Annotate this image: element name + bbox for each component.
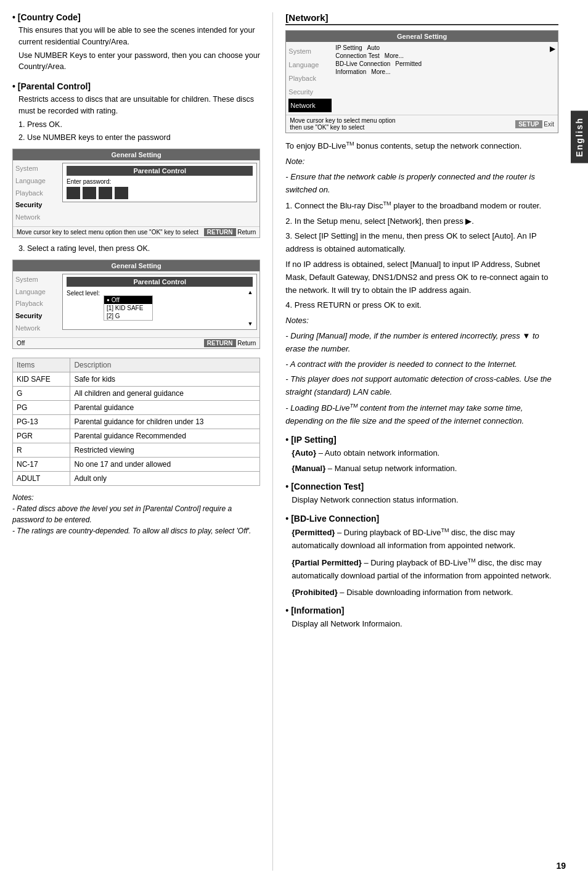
gs-header-1: General Setting: [13, 149, 259, 160]
gs-menu-1: System Language Playback Security Networ…: [15, 163, 59, 224]
table-cell: NC-17: [13, 457, 70, 471]
right-column: [Network] General Setting System Languag…: [273, 12, 558, 871]
pw-box-3: [99, 187, 112, 199]
auto-line: {Auto} – Auto obtain network information…: [292, 447, 558, 460]
ip-setting-title: [IP Setting]: [285, 435, 336, 445]
parental-control-title: [Parental Control]: [12, 81, 260, 91]
left-column: [Country Code] This ensures that you wil…: [12, 12, 273, 871]
step3-line: 3. Select a rating level, then press OK.: [18, 243, 260, 255]
table-cell: Safe for kids: [70, 372, 260, 386]
return-label-1: RETURN: [204, 228, 236, 236]
table-cell: PG: [13, 400, 70, 414]
notes2-line4: - Loading BD-LiveTM content from the int…: [285, 401, 558, 428]
return-text-1: Return: [237, 229, 256, 236]
permitted-line: {Permitted} – During playback of BD-Live…: [292, 526, 558, 552]
notes-line1: - Rated discs above the level you set in…: [12, 503, 260, 525]
net-menu-system: System: [288, 44, 332, 58]
gs-return-btn-1: RETURN Return: [204, 229, 256, 236]
country-code-line1: This ensures that you will be able to se…: [18, 25, 260, 48]
page-number: 19: [556, 861, 566, 871]
net-menu-security: Security: [288, 85, 332, 99]
gs-menu-item-system: System: [15, 163, 59, 175]
step3-ip: 3. Select [IP Setting] in the menu, then…: [285, 230, 558, 256]
table-header-desc: Description: [70, 358, 260, 372]
gs-body-1: System Language Playback Security Networ…: [13, 160, 259, 226]
pw-box-1: [67, 187, 80, 199]
table-cell: Adult only: [70, 471, 260, 485]
table-cell: Parental guidance for children under 13: [70, 414, 260, 429]
gs-menu-2: System Language Playback Security Networ…: [15, 274, 59, 335]
options-container: ▲ Off [1] KID SAFE [2] G ▼: [104, 289, 253, 327]
step4-return: 4. Press RETURN or press OK to exit.: [285, 299, 558, 312]
submenu-row-4: Information More...: [335, 68, 547, 75]
pw-box-2: [83, 187, 96, 199]
notes2-line1: - During [Manual] mode, if the number is…: [285, 330, 558, 356]
options-list: Off [1] KID SAFE [2] G: [104, 295, 153, 321]
table-row: G All children and general guidance: [13, 386, 260, 400]
parental-control-section: [Parental Control] Restricts access to d…: [12, 81, 260, 349]
gs-menu2-security: Security: [15, 310, 59, 322]
table-cell: ADULT: [13, 471, 70, 485]
right-body: To enjoy BD-LiveTM bonus contents, setup…: [285, 139, 558, 631]
gs-footer-1: Move cursor key to select menu option th…: [13, 226, 259, 237]
return-text-2: Return: [237, 340, 256, 347]
manual-line: {Manual} – Manual setup network informat…: [292, 462, 558, 475]
setup-button: SETUP: [515, 120, 542, 128]
password-boxes: [67, 187, 253, 199]
gs-content-1: Parental Control Enter password:: [59, 163, 257, 224]
pw-box-4: [115, 187, 128, 199]
submenu-row-3: BD-Live Connection Permitted: [335, 60, 547, 67]
network-arrow-indicator: ▶: [547, 44, 555, 112]
table-cell: PGR: [13, 429, 70, 443]
table-cell: R: [13, 443, 70, 457]
rating-table: Items Description KID SAFE Safe for kids…: [12, 358, 260, 486]
submenu-conn-value: More...: [385, 52, 404, 59]
gs-menu-item-network: Network: [15, 212, 59, 224]
notes2-label: Notes:: [285, 314, 558, 327]
information-title: [Information]: [285, 606, 344, 615]
gs-popup-title-1: Parental Control: [67, 166, 253, 176]
table-cell: No one 17 and under allowed: [70, 457, 260, 471]
gs-body-2: System Language Playback Security Networ…: [13, 271, 259, 337]
submenu-row-2: Connection Test More...: [335, 52, 547, 59]
option-kidsafe: [1] KID SAFE: [104, 304, 152, 312]
conn-test-title: [Connection Test]: [285, 482, 364, 491]
notes-label: Notes:: [12, 492, 260, 503]
parental-control-body: Restricts access to discs that are unsui…: [18, 94, 260, 144]
bd-live-title: [BD-Live Connection]: [285, 514, 379, 524]
net-menu-language: Language: [288, 58, 332, 72]
table-row: PG Parental guidance: [13, 400, 260, 414]
submenu-items: IP Setting Auto Connection Test More... …: [335, 44, 547, 75]
ip-setting-section: [IP Setting] {Auto} – Auto obtain networ…: [285, 433, 558, 475]
gs-content-2: Parental Control Select level: ▲ Off [1]…: [59, 274, 257, 335]
gs-menu2-system: System: [15, 274, 59, 286]
notes-line2: - The ratings are country-depended. To a…: [12, 525, 260, 536]
bd-live-body: {Permitted} – During playback of BD-Live…: [292, 526, 558, 599]
network-submenu: IP Setting Auto Connection Test More... …: [332, 44, 547, 112]
gs-menu-item-language: Language: [15, 175, 59, 187]
information-desc: Display all Network Informaion.: [292, 618, 558, 631]
submenu-bdlive: BD-Live Connection: [335, 60, 390, 67]
bd-live-section: [BD-Live Connection] {Permitted} – Durin…: [285, 512, 558, 599]
submenu-row-1: IP Setting Auto: [335, 44, 547, 51]
network-body: System Language Playback Security Networ…: [286, 42, 558, 115]
gs-menu2-language: Language: [15, 286, 59, 298]
table-cell: Restricted viewing: [70, 443, 260, 457]
submenu-bdlive-value: Permitted: [395, 60, 422, 67]
gs-footer-text-1: Move cursor key to select menu option th…: [17, 229, 198, 236]
notes2-line3: - This player does not support automatic…: [285, 373, 558, 399]
english-tab: English: [571, 111, 588, 163]
table-row: PG-13 Parental guidance for children und…: [13, 414, 260, 429]
step1-connect: 1. Connect the Blu-ray DiscTM player to …: [285, 199, 558, 213]
manual-ip: If no IP address is obtained, select [Ma…: [285, 258, 558, 297]
gs-header-2: General Setting: [13, 260, 259, 271]
net-menu-playback: Playback: [288, 72, 332, 85]
submenu-info: Information: [335, 68, 366, 75]
network-box: General Setting System Language Playback…: [285, 30, 558, 133]
information-body: Display all Network Informaion.: [292, 618, 558, 631]
table-cell: Parental guidance Recommended: [70, 429, 260, 443]
ip-setting-body: {Auto} – Auto obtain network information…: [292, 447, 558, 475]
table-cell: Parental guidance: [70, 400, 260, 414]
option-off: Off: [104, 296, 152, 304]
return-label-2: RETURN: [204, 339, 236, 347]
